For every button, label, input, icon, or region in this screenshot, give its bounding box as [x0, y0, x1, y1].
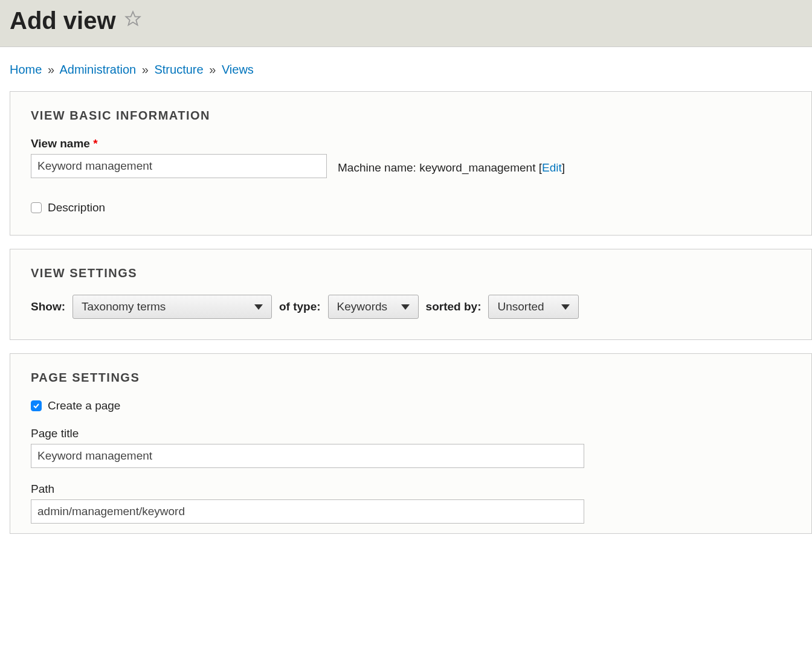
- view-name-input[interactable]: [31, 154, 327, 178]
- breadcrumb-separator: »: [142, 63, 149, 76]
- panel-page-settings: PAGE SETTINGS Create a page Page title P…: [10, 353, 812, 534]
- machine-name-edit-link[interactable]: Edit: [542, 161, 562, 174]
- required-indicator: *: [93, 137, 97, 150]
- svg-marker-0: [126, 11, 140, 25]
- breadcrumb-separator: »: [48, 63, 54, 76]
- chevron-down-icon: [401, 304, 410, 310]
- machine-name-display: Machine name: keyword_management [Edit]: [338, 161, 565, 175]
- description-checkbox-label: Description: [48, 201, 105, 214]
- machine-name-label: Machine name:: [338, 161, 416, 174]
- breadcrumb-structure[interactable]: Structure: [154, 63, 203, 76]
- chevron-down-icon: [254, 304, 263, 310]
- breadcrumb-separator: »: [209, 63, 216, 76]
- page-title-label: Page title: [31, 427, 791, 440]
- page-header: Add view: [0, 0, 812, 47]
- view-name-label: View name *: [31, 137, 791, 150]
- breadcrumb-administration[interactable]: Administration: [60, 63, 137, 76]
- panel-view-settings: VIEW SETTINGS Show: Taxonomy terms of ty…: [10, 249, 812, 340]
- view-name-label-text: View name: [31, 137, 90, 150]
- breadcrumb-views[interactable]: Views: [222, 63, 254, 76]
- path-label: Path: [31, 483, 791, 496]
- show-select[interactable]: Taxonomy terms: [72, 295, 272, 319]
- show-label: Show:: [31, 300, 65, 313]
- page-title: Add view: [10, 7, 116, 34]
- create-page-checkbox-label: Create a page: [48, 399, 120, 412]
- path-input[interactable]: [31, 499, 584, 524]
- create-page-checkbox[interactable]: [31, 400, 42, 411]
- of-type-label: of type:: [279, 300, 321, 313]
- machine-name-value: keyword_management: [419, 161, 535, 174]
- breadcrumb: Home » Administration » Structure » View…: [0, 47, 812, 91]
- panel-basic-information: VIEW BASIC INFORMATION View name * Machi…: [10, 91, 812, 236]
- panel-title-settings: VIEW SETTINGS: [31, 266, 791, 280]
- chevron-down-icon: [561, 304, 570, 310]
- of-type-select-value: Keywords: [337, 300, 387, 313]
- description-checkbox[interactable]: [31, 202, 42, 213]
- panel-title-basic: VIEW BASIC INFORMATION: [31, 109, 791, 123]
- sorted-by-select-value: Unsorted: [497, 300, 544, 313]
- favorite-star-icon[interactable]: [124, 10, 141, 31]
- show-select-value: Taxonomy terms: [82, 300, 166, 313]
- breadcrumb-home[interactable]: Home: [10, 63, 42, 76]
- sorted-by-label: sorted by:: [426, 300, 482, 313]
- sorted-by-select[interactable]: Unsorted: [488, 295, 579, 319]
- of-type-select[interactable]: Keywords: [328, 295, 419, 319]
- page-title-input[interactable]: [31, 444, 584, 468]
- panel-title-page: PAGE SETTINGS: [31, 371, 791, 385]
